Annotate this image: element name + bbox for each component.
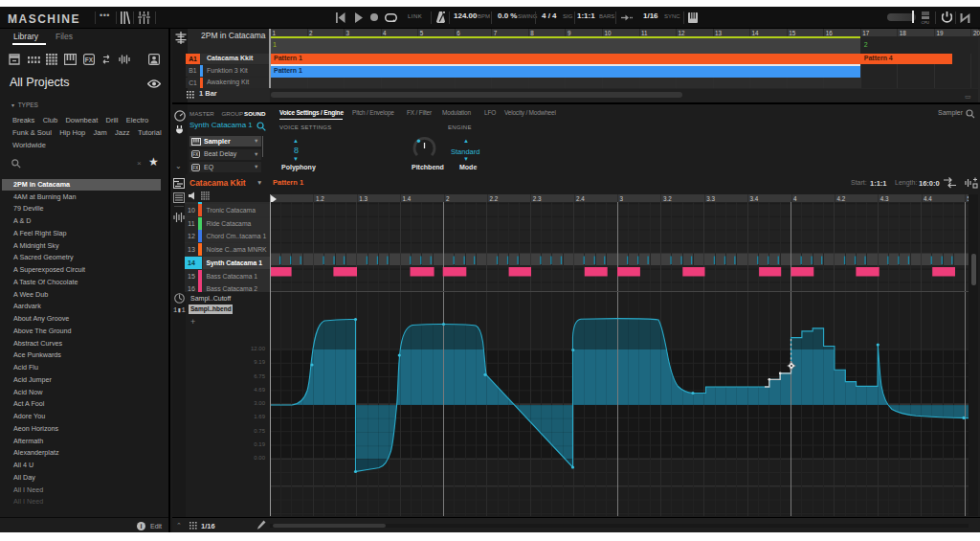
svg-text:FX: FX xyxy=(85,56,94,63)
svg-text:FX: FX xyxy=(193,152,199,157)
svg-text:FX: FX xyxy=(193,166,199,170)
